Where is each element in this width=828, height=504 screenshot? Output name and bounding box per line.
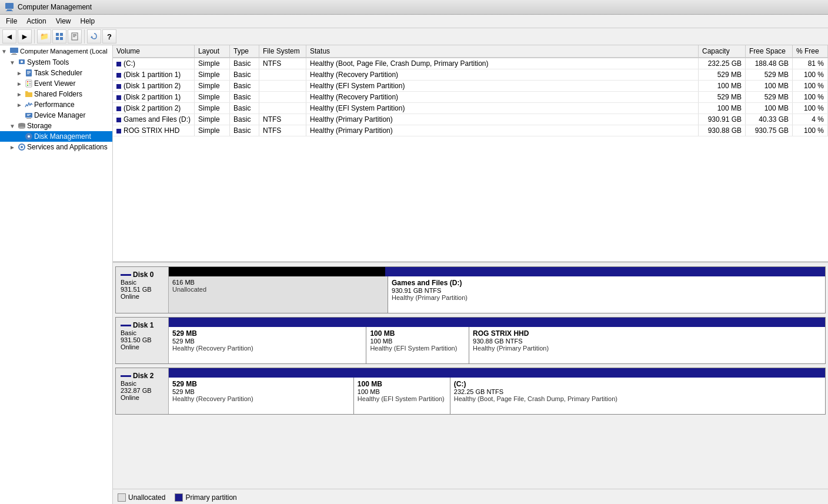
- cell-status: Healthy (EFI System Partition): [306, 81, 699, 92]
- menu-action[interactable]: Action: [23, 16, 49, 26]
- sidebar-item-device-manager[interactable]: Device Manager: [0, 110, 112, 121]
- help-button[interactable]: ?: [102, 29, 116, 44]
- cell-layout: Simple: [195, 125, 230, 136]
- sidebar-item-services-apps[interactable]: ► Services and Applications: [0, 142, 112, 152]
- perf-expand[interactable]: ►: [16, 102, 24, 108]
- disk-label-disk1: Disk 1 Basic 931.50 GB Online: [116, 318, 169, 363]
- device-manager-icon: [25, 111, 33, 119]
- cell-pctfree: 4 %: [793, 114, 828, 125]
- table-row[interactable]: (Disk 1 partition 1) Simple Basic Health…: [113, 69, 828, 81]
- legend-primary-box: [175, 493, 183, 502]
- table-row[interactable]: (Disk 2 partition 1) Simple Basic Health…: [113, 92, 828, 103]
- sidebar-item-disk-management[interactable]: Disk Management: [0, 131, 112, 142]
- part-status-d0p2: Healthy (Primary Partition): [392, 294, 822, 301]
- disk-header-bar-disk1: [169, 318, 825, 327]
- refresh-button[interactable]: [87, 29, 101, 44]
- cell-volume: (Disk 2 partition 1): [113, 92, 195, 103]
- col-header-freespace[interactable]: Free Space: [746, 45, 793, 58]
- performance-label: Performance: [34, 101, 75, 109]
- col-header-capacity[interactable]: Capacity: [699, 45, 746, 58]
- disk-body-disk1: 529 MB 529 MB Healthy (Recovery Partitio…: [169, 327, 825, 363]
- menu-view[interactable]: View: [52, 16, 75, 26]
- show-hide-button[interactable]: [52, 29, 66, 44]
- svg-rect-13: [12, 54, 16, 54]
- disk-label-disk0: Disk 0 Basic 931.51 GB Online: [116, 267, 169, 313]
- table-row[interactable]: (C:) Simple Basic NTFS Healthy (Boot, Pa…: [113, 58, 828, 69]
- legend-primary: Primary partition: [175, 493, 236, 502]
- col-header-pctfree[interactable]: % Free: [793, 45, 828, 58]
- sidebar-item-task-scheduler[interactable]: ► Task Scheduler: [0, 68, 112, 78]
- tree-root[interactable]: ▼ Computer Management (Local: [0, 45, 112, 57]
- col-header-volume[interactable]: Volume: [113, 45, 195, 58]
- task-scheduler-icon: [25, 69, 33, 77]
- col-header-fs[interactable]: File System: [259, 45, 306, 58]
- properties-button[interactable]: [68, 29, 82, 44]
- partition-d1p3[interactable]: ROG STRIX HHD 930.88 GB NTFS Healthy (Pr…: [469, 327, 825, 363]
- part-name-d0p2: Games and Files (D:): [392, 279, 822, 287]
- part-name-d2p1: 529 MB: [172, 380, 350, 388]
- cell-freespace: 40.33 GB: [746, 114, 793, 125]
- col-header-layout[interactable]: Layout: [195, 45, 230, 58]
- table-row[interactable]: (Disk 2 partition 2) Simple Basic Health…: [113, 103, 828, 114]
- legend-unallocated-box: [118, 493, 126, 502]
- system-tools-expand[interactable]: ▼: [9, 59, 16, 66]
- disk-type-disk0: Basic: [121, 279, 163, 286]
- folder-button[interactable]: 📁: [37, 29, 51, 44]
- disk-name-disk1: Disk 1: [121, 321, 163, 329]
- disk-status-disk2: Online: [121, 394, 163, 401]
- partition-d0p1[interactable]: 616 MB Unallocated: [169, 276, 388, 313]
- disk-visual-area: Disk 0 Basic 931.51 GB Online 616 MB Una…: [113, 263, 828, 504]
- svg-rect-9: [73, 35, 76, 36]
- sidebar-item-shared-folders[interactable]: ► Shared Folders: [0, 89, 112, 99]
- root-expand[interactable]: ▼: [1, 48, 8, 55]
- svg-rect-25: [29, 81, 31, 82]
- cell-type: Basic: [230, 92, 259, 103]
- title-bar: Computer Management: [0, 0, 828, 15]
- sidebar-item-system-tools[interactable]: ▼ System Tools: [0, 57, 112, 68]
- svg-rect-2: [6, 11, 13, 11]
- disk-size-disk1: 931.50 GB: [121, 336, 163, 343]
- cell-layout: Simple: [195, 92, 230, 103]
- cell-volume: (Disk 1 partition 1): [113, 69, 195, 81]
- sidebar-item-storage[interactable]: ▼ Storage: [0, 121, 112, 131]
- cell-capacity: 100 MB: [699, 103, 746, 114]
- back-button[interactable]: ◄: [2, 29, 16, 44]
- svg-marker-11: [91, 36, 93, 38]
- svg-rect-4: [60, 33, 63, 36]
- partition-d2p3[interactable]: (C:) 232.25 GB NTFS Healthy (Boot, Page …: [450, 378, 825, 414]
- col-header-status[interactable]: Status: [306, 45, 699, 58]
- task-sched-expand[interactable]: ►: [16, 70, 24, 76]
- svcapp-expand[interactable]: ►: [9, 144, 16, 151]
- menu-help[interactable]: Help: [77, 16, 99, 26]
- disk-type-disk2: Basic: [121, 380, 163, 387]
- partition-d2p2[interactable]: 100 MB 100 MB Healthy (EFI System Partit…: [354, 378, 450, 414]
- disk-row-disk0: Disk 0 Basic 931.51 GB Online 616 MB Una…: [115, 266, 826, 313]
- cell-layout: Simple: [195, 114, 230, 125]
- cell-fs: [259, 69, 306, 81]
- shared-folders-expand[interactable]: ►: [16, 91, 24, 98]
- cell-capacity: 930.88 GB: [699, 125, 746, 136]
- event-viewer-expand[interactable]: ►: [16, 81, 24, 87]
- menu-file[interactable]: File: [2, 16, 21, 26]
- sidebar-item-performance[interactable]: ► Performance: [0, 99, 112, 110]
- svg-point-24: [27, 85, 28, 86]
- storage-expand[interactable]: ▼: [9, 123, 16, 129]
- table-row[interactable]: (Disk 1 partition 2) Simple Basic Health…: [113, 81, 828, 92]
- svg-point-22: [27, 81, 28, 82]
- partition-d0p2[interactable]: Games and Files (D:) 930.91 GB NTFS Heal…: [388, 276, 825, 313]
- partition-d1p1[interactable]: 529 MB 529 MB Healthy (Recovery Partitio…: [169, 327, 366, 363]
- forward-button[interactable]: ►: [18, 29, 32, 44]
- cell-capacity: 529 MB: [699, 92, 746, 103]
- cell-fs: [259, 81, 306, 92]
- shared-folders-label: Shared Folders: [34, 90, 82, 98]
- col-header-type[interactable]: Type: [230, 45, 259, 58]
- storage-label: Storage: [27, 122, 52, 130]
- sidebar-item-event-viewer[interactable]: ► Event Viewer: [0, 78, 112, 89]
- table-row[interactable]: ROG STRIX HHD Simple Basic NTFS Healthy …: [113, 125, 828, 136]
- disk-status-disk0: Online: [121, 293, 163, 300]
- cell-freespace: 100 MB: [746, 81, 793, 92]
- partition-d2p1[interactable]: 529 MB 529 MB Healthy (Recovery Partitio…: [169, 378, 354, 414]
- partition-d1p2[interactable]: 100 MB 100 MB Healthy (EFI System Partit…: [366, 327, 469, 363]
- part-size-d2p2: 100 MB: [358, 388, 446, 395]
- table-row[interactable]: Games and Files (D:) Simple Basic NTFS H…: [113, 114, 828, 125]
